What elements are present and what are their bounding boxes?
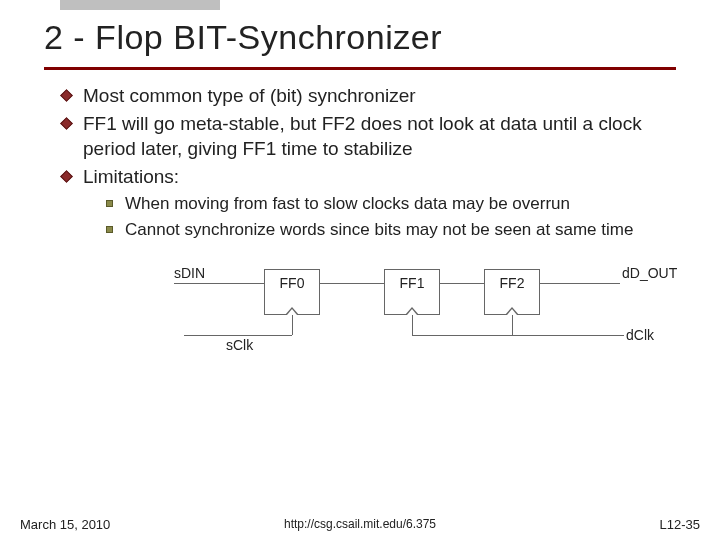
sub-bullet-item: Cannot synchronize words since bits may … [106,219,676,241]
sub-bullet-text: Cannot synchronize words since bits may … [125,219,633,241]
signal-label-dclk: dClk [626,327,654,343]
clock-triangle-icon [405,307,419,315]
bullet-item: FF1 will go meta-stable, but FF2 does no… [62,112,676,161]
bullet-list: Most common type of (bit) synchronizer F… [62,84,676,189]
ff-label: FF0 [280,275,305,291]
bullet-item: Most common type of (bit) synchronizer [62,84,676,108]
flipflop-ff2: FF2 [484,269,540,315]
square-icon [106,200,113,207]
sub-bullet-list: When moving from fast to slow clocks dat… [106,193,676,241]
slide-footer: March 15, 2010 http://csg.csail.mit.edu/… [0,517,720,532]
diamond-icon [60,89,73,102]
slide-title: 2 - Flop BIT-Synchronizer [44,18,676,70]
bullet-item: Limitations: [62,165,676,189]
flipflop-ff0: FF0 [264,269,320,315]
diamond-icon [60,170,73,183]
flipflop-ff1: FF1 [384,269,440,315]
signal-label-sdin: sDIN [174,265,205,281]
wire [174,283,264,284]
circuit-diagram: sDIN FF0 FF1 FF2 dD_OUT sClk dClk [124,269,676,379]
wire-clk [412,335,624,336]
clock-triangle-icon [285,307,299,315]
sub-bullet-item: When moving from fast to slow clocks dat… [106,193,676,215]
wire [440,283,484,284]
signal-label-ddout: dD_OUT [622,265,677,281]
wire-clk-vert [512,315,513,335]
signal-label-sclk: sClk [226,337,253,353]
slide: 2 - Flop BIT-Synchronizer Most common ty… [0,0,720,540]
bullet-text: Limitations: [83,165,179,189]
diamond-icon [60,117,73,130]
square-icon [106,226,113,233]
wire-clk [184,335,292,336]
sub-bullet-text: When moving from fast to slow clocks dat… [125,193,570,215]
decorative-top-bar [60,0,220,10]
ff-label: FF1 [400,275,425,291]
ff-label: FF2 [500,275,525,291]
wire [320,283,384,284]
wire-clk-vert [292,315,293,335]
wire-clk-vert [412,315,413,335]
bullet-text: Most common type of (bit) synchronizer [83,84,416,108]
wire [540,283,620,284]
bullet-text: FF1 will go meta-stable, but FF2 does no… [83,112,676,161]
footer-url: http://csg.csail.mit.edu/6.375 [0,517,720,531]
clock-triangle-icon [505,307,519,315]
